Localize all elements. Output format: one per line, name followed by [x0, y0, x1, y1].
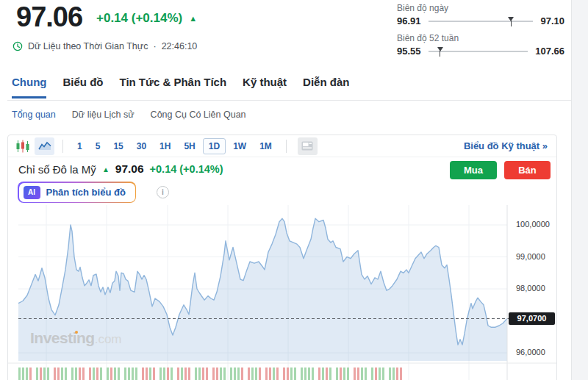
instrument-overview-page: 97.06 +0.14 (+0.14%) ▲ Dữ Liệu theo Thời… — [0, 0, 588, 380]
watermark-dot — [75, 331, 78, 334]
ai-badge-icon: AI — [24, 186, 40, 199]
instrument-name: Chỉ số Đô la Mỹ — [18, 163, 96, 176]
main-tabs: ChungBiểu đồTin Tức & Phân TíchKỹ thuậtD… — [12, 76, 349, 98]
candlestick-icon — [15, 140, 30, 153]
realtime-time: 22:46:10 — [162, 41, 198, 51]
range-track — [429, 51, 528, 52]
y-axis-label: 96,0000 — [516, 348, 560, 356]
chart-title-row: Chỉ số Đô la Mỹ ▲ 97.06 +0.14 (+0.14%) — [18, 162, 223, 176]
layout-icon — [301, 141, 313, 151]
line-chart-icon — [38, 141, 51, 151]
tabs-divider — [7, 100, 571, 101]
timeframe-1w[interactable]: 1W — [227, 138, 252, 154]
buy-button[interactable]: Mua — [450, 161, 497, 179]
up-arrow-icon: ▲ — [102, 165, 110, 173]
y-axis-label: 99,0000 — [516, 252, 560, 261]
tab-tin-tuc-phan-tich[interactable]: Tin Tức & Phân Tích — [119, 76, 226, 98]
price-change-value: +0.14 (+0.14%) — [96, 11, 182, 26]
timeframe-1h[interactable]: 1H — [154, 138, 176, 154]
range-indicators: Biên độ ngày96.9197.10Biên độ 52 tuần95.… — [397, 3, 564, 63]
dot-separator: · — [153, 41, 156, 51]
ai-analysis-button[interactable]: AI Phân tích biểu đồ — [18, 182, 136, 203]
range-low: 95.55 — [397, 46, 421, 57]
page-gutter — [571, 0, 588, 380]
sub-navigation: Tổng quanDữ liệu Lịch sửCông Cụ Có Liên … — [12, 110, 246, 120]
subnav-du-lieu-lich-su[interactable]: Dữ liệu Lịch sử — [72, 110, 135, 120]
range-marker-icon — [508, 17, 514, 21]
up-triangle-icon: ▲ — [189, 14, 197, 23]
tab-chung[interactable]: Chung — [12, 76, 46, 98]
timeframe-selector: 1515301H5H1D1W1M — [71, 138, 278, 154]
watermark-brand: Investing — [30, 329, 95, 346]
technical-chart-link[interactable]: Biểu đồ Kỹ thuật » — [464, 140, 548, 151]
timeframe-5[interactable]: 5 — [90, 138, 107, 154]
chart-toolbar: 1515301H5H1D1W1M Biểu đồ Kỹ thuật » — [8, 135, 556, 157]
candlestick-chart-button[interactable] — [15, 140, 30, 153]
chart-card: 1515301H5H1D1W1M Biểu đồ Kỹ thuật » Chỉ … — [7, 135, 557, 380]
y-axis-label: 98,0000 — [516, 284, 560, 293]
range-track — [429, 21, 534, 22]
range-label-bien-do-ngay: Biên độ ngày — [397, 3, 564, 13]
price-chart[interactable] — [8, 205, 556, 380]
chart-change: +0.14 (+0.14%) — [150, 163, 223, 175]
y-axis-label: 100,0000 — [516, 220, 560, 229]
range-bien-do-ngay: 96.9197.10 — [397, 15, 564, 26]
range-low: 96.91 — [397, 15, 421, 26]
realtime-label: Dữ Liệu theo Thời Gian Thực — [28, 41, 148, 51]
timeframe-1m[interactable]: 1M — [254, 138, 278, 154]
price-change: +0.14 (+0.14%) ▲ — [96, 11, 197, 26]
investing-watermark: Investing.com — [30, 329, 122, 347]
current-price: 97.06 — [16, 1, 82, 33]
toolbar-divider — [286, 140, 287, 153]
volume-bars — [18, 368, 402, 380]
toolbar-divider — [62, 140, 63, 153]
info-icon[interactable]: i — [157, 186, 169, 198]
current-price-badge: 97,0700 — [509, 312, 555, 325]
subnav-cong-cu-co-lien-quan[interactable]: Công Cụ Có Liên Quan — [151, 110, 246, 120]
tab-ky-thuat[interactable]: Kỹ thuật — [243, 76, 287, 98]
range-high: 107.66 — [535, 46, 564, 57]
timeframe-30[interactable]: 30 — [131, 138, 152, 154]
clock-icon — [12, 41, 23, 51]
timeframe-1d[interactable]: 1D — [203, 138, 226, 154]
tab-bieu-do[interactable]: Biểu đồ — [62, 76, 103, 98]
ai-analysis-label: Phân tích biểu đồ — [46, 187, 126, 198]
realtime-status: Dữ Liệu theo Thời Gian Thực · 22:46:10 — [12, 41, 197, 51]
range-high: 97.10 — [540, 15, 564, 26]
chart-price: 97.06 — [115, 162, 144, 176]
timeframe-5h[interactable]: 5H — [178, 138, 201, 154]
sell-button[interactable]: Bán — [504, 161, 551, 179]
watermark-suffix: .com — [95, 332, 122, 346]
subnav-tong-quan[interactable]: Tổng quan — [12, 110, 56, 120]
range-label-bien-do-52-tuan: Biên độ 52 tuần — [397, 33, 564, 43]
ai-analysis-inner: AI Phân tích biểu đồ — [19, 183, 135, 202]
timeframe-1[interactable]: 1 — [71, 138, 88, 154]
range-bien-do-52-tuan: 95.55107.66 — [397, 46, 564, 57]
range-marker-icon — [437, 47, 443, 51]
tab-dien-dan[interactable]: Diễn đàn — [303, 76, 349, 98]
chart-layout-button[interactable] — [298, 137, 318, 155]
timeframe-15[interactable]: 15 — [107, 138, 129, 154]
line-chart-button[interactable] — [35, 137, 54, 155]
